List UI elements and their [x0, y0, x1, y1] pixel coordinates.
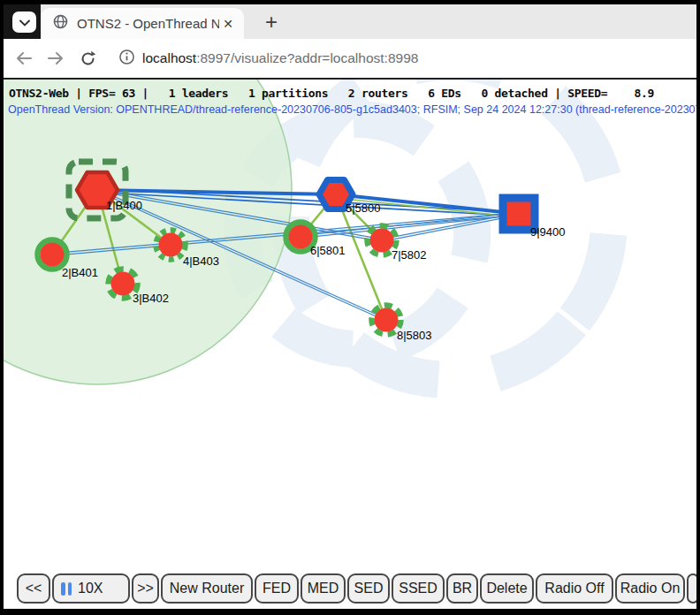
status-line: OTNS2-Web | FPS= 63 | 1 leaders 1 partit…: [9, 87, 654, 100]
node-label-6: 6|5801: [310, 244, 346, 257]
node-label-1: 1|B400: [106, 199, 142, 212]
browser-frame: OTNS2 - OpenThread Ne ✕ +: [4, 4, 696, 609]
forward-icon[interactable]: [46, 47, 65, 70]
simulation-canvas[interactable]: 1|B4002|B4013|B4024|B4035|58006|58017|58…: [4, 80, 696, 609]
url-text: localhost:8997/visualize?addr=localhost:…: [142, 50, 418, 66]
toolbar-button-label: Delete: [486, 581, 527, 596]
toolbar-button-label: Radio On: [620, 581, 681, 596]
node-label-5: 5|5800: [346, 201, 381, 215]
toolbar-button-sed[interactable]: SED: [347, 573, 390, 604]
network-scene: 1|B4002|B4013|B4024|B4035|58006|58017|58…: [4, 80, 696, 609]
node-sed-8[interactable]: [375, 308, 399, 332]
back-icon[interactable]: [14, 47, 34, 70]
tab-title: OTNS2 - OpenThread Ne: [77, 16, 219, 31]
toolbar-button-label: New Router: [170, 581, 244, 596]
node-sed-3[interactable]: [111, 272, 135, 296]
toolbar-button-radio-off[interactable]: Radio Off: [536, 573, 613, 604]
sim-toolbar: <<10X>>New RouterFEDMEDSEDSSEDBRDeleteRa…: [17, 573, 696, 604]
toolbar-button-label: <<: [26, 581, 42, 596]
node-label-7: 7|5802: [392, 248, 427, 262]
toolbar-button-med[interactable]: MED: [301, 573, 346, 604]
tab-search-button[interactable]: [12, 11, 36, 33]
toolbar-button-br[interactable]: BR: [446, 573, 478, 604]
tab-strip: OTNS2 - OpenThread Ne ✕ +: [4, 4, 696, 39]
node-sed-7[interactable]: [370, 229, 394, 253]
toolbar-button-partial[interactable]: [687, 573, 696, 604]
url-host: localhost: [142, 50, 196, 65]
toolbar-button-speed-10x[interactable]: 10X: [52, 573, 130, 604]
toolbar-button-label: Radio Off: [544, 581, 604, 596]
pause-icon: [61, 582, 72, 596]
node-label-2: 2|B401: [62, 266, 98, 279]
neighbor-link: [382, 213, 519, 239]
toolbar-button-label: SSED: [399, 581, 438, 596]
toolbar-button-step-fwd[interactable]: >>: [132, 573, 159, 604]
node-label-8: 8|5803: [397, 329, 432, 342]
version-line: OpenThread Version: OPENTHREAD/thread-re…: [8, 103, 696, 116]
url-toolbar: localhost:8997/visualize?addr=localhost:…: [4, 39, 696, 80]
toolbar-button-label: SED: [354, 581, 384, 596]
toolbar-button-label: 10X: [78, 581, 103, 596]
tab-close-icon[interactable]: ✕: [219, 17, 237, 31]
browser-tab[interactable]: OTNS2 - OpenThread Ne ✕: [41, 8, 244, 39]
node-label-3: 3|B402: [133, 292, 169, 305]
url-path: :8997/visualize?addr=localhost:8998: [196, 50, 418, 65]
toolbar-button-label: >>: [137, 581, 154, 596]
toolbar-button-label: FED: [262, 581, 291, 596]
node-label-4: 4|B403: [183, 254, 219, 268]
node-ed-6[interactable]: [289, 225, 313, 249]
toolbar-button-ssed[interactable]: SSED: [392, 573, 445, 604]
node-label-9: 9|9400: [530, 225, 566, 239]
toolbar-button-step-back[interactable]: <<: [17, 573, 50, 604]
toolbar-button-fed[interactable]: FED: [255, 573, 299, 604]
new-tab-button[interactable]: +: [258, 9, 285, 35]
address-bar[interactable]: localhost:8997/visualize?addr=localhost:…: [118, 49, 418, 69]
chevron-down-icon: [19, 14, 30, 30]
toolbar-button-label: MED: [308, 581, 339, 596]
node-sed-4[interactable]: [159, 233, 183, 257]
toolbar-button-label: BR: [453, 581, 472, 596]
app-window: OTNS2 - OpenThread Ne ✕ +: [0, 0, 700, 615]
globe-icon: [53, 14, 68, 33]
toolbar-button-delete[interactable]: Delete: [480, 573, 534, 604]
radio-range-circle: [4, 80, 292, 384]
reload-icon[interactable]: [78, 47, 97, 70]
info-icon[interactable]: [118, 49, 135, 69]
node-br-core: [507, 202, 531, 226]
toolbar-button-radio-on[interactable]: Radio On: [615, 573, 685, 604]
node-ed-2[interactable]: [41, 243, 65, 267]
toolbar-button-new-router[interactable]: New Router: [161, 573, 253, 604]
